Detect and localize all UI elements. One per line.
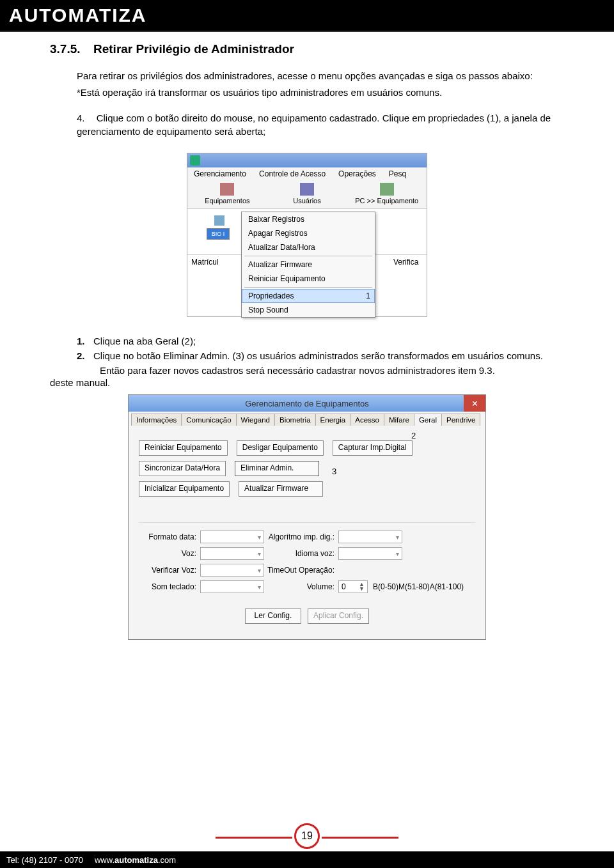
label-formato-data: Formato data:: [139, 532, 200, 541]
dialog-bottom-buttons: Ler Config. Aplicar Config.: [139, 608, 475, 629]
btn-reiniciar-equipamento[interactable]: Reiniciar Equipamento: [139, 440, 228, 456]
tab-geral[interactable]: Geral: [414, 414, 442, 426]
tab-pendrive[interactable]: Pendrive: [441, 414, 480, 426]
app-icon: [190, 155, 200, 166]
after-steps-text: Então para fazer novos cadastros será ne…: [86, 364, 564, 378]
label-idioma-voz: Idioma voz:: [264, 549, 338, 558]
dialog-body: 2 Reiniciar Equipamento Desligar Equipam…: [129, 426, 485, 639]
close-button[interactable]: ✕: [464, 395, 485, 412]
spinner-icon[interactable]: ▲▼: [359, 582, 365, 591]
footer-url-bold: automatiza: [114, 855, 158, 865]
brand-logo: AUTOMATIZA: [9, 4, 147, 26]
menu-operacoes[interactable]: Operações: [332, 169, 382, 178]
tab-acesso[interactable]: Acesso: [350, 414, 384, 426]
select-voz[interactable]: ▾: [200, 547, 264, 560]
select-som-teclado[interactable]: ▾: [200, 580, 264, 593]
toolbar-equipamentos-label: Equipamentos: [205, 197, 249, 205]
footer-tel: Tel: (48) 2107 - 0070: [6, 855, 83, 865]
ctx-atualizar-data-hora[interactable]: Atualizar Data/Hora: [242, 240, 375, 254]
dialog-title: Gerenciamento de Equipamentos: [245, 399, 369, 408]
tab-comunicacao[interactable]: Comunicação: [181, 414, 236, 426]
dialog-titlebar: Gerenciamento de Equipamentos ✕: [129, 395, 485, 412]
label-som-teclado: Som teclado:: [139, 582, 200, 591]
label-algoritmo: Algorítmo imp. dig.:: [264, 532, 338, 541]
menu-pesq[interactable]: Pesq: [382, 169, 413, 178]
toolbar-usuarios[interactable]: Usuários: [267, 183, 347, 205]
users-icon: [300, 183, 314, 196]
ctx-baixar-registros[interactable]: Baixar Registros: [242, 212, 375, 226]
ctx-separator-2: [244, 287, 372, 288]
ctx-atualizar-firmware[interactable]: Atualizar Firmware: [242, 258, 375, 272]
step-1-text: Clique na aba Geral (2);: [93, 334, 564, 348]
btn-ler-config[interactable]: Ler Config.: [245, 608, 301, 624]
tab-wiegand[interactable]: Wiegand: [236, 414, 275, 426]
step-4: 4. Clique com o botão direito do mouse, …: [77, 111, 564, 139]
btn-sincronizar-data-hora[interactable]: Sincronizar Data/Hora: [139, 461, 226, 476]
section-intro: Para retirar os privilégios dos administ…: [50, 69, 564, 83]
section-note: *Está operação irá transformar os usuári…: [50, 86, 564, 100]
tab-informacoes[interactable]: Informações: [131, 414, 182, 426]
btn-eliminar-admin[interactable]: Eliminar Admin.: [235, 461, 319, 476]
btn-atualizar-firmware[interactable]: Atualizar Firmware: [239, 481, 323, 497]
annotation-1: 1: [366, 291, 370, 300]
menu-gerenciamento[interactable]: Gerenciamento: [187, 169, 253, 178]
step-1-number: 1.: [77, 334, 93, 348]
step-4-number: 4.: [77, 111, 85, 125]
section-heading: 3.7.5. Retirar Privilégio de Administrad…: [50, 42, 564, 56]
page-footer: Tel: (48) 2107 - 0070 www.automatiza.com: [0, 851, 614, 868]
menu-bar: Gerenciamento Controle de Acesso Operaçõ…: [187, 167, 427, 180]
ctx-propriedades[interactable]: Propriedades 1: [242, 289, 375, 303]
label-verificar-voz: Verificar Voz:: [139, 566, 200, 575]
screenshot-equip-manager: Gerenciamento de Equipamentos ✕ Informaç…: [128, 394, 486, 640]
toolbar: Equipamentos Usuários PC >> Equipamento: [187, 180, 427, 209]
tree-area: BIO I Baixar Registros Apagar Registros …: [187, 209, 427, 255]
label-voz: Voz:: [139, 549, 200, 558]
tab-biometria[interactable]: Biometria: [274, 414, 316, 426]
footer-url: www.automatiza.com: [95, 855, 176, 865]
tab-mifare[interactable]: Mifare: [384, 414, 414, 426]
menu-controle-acesso[interactable]: Controle de Acesso: [253, 169, 332, 178]
step-1: 1. Clique na aba Geral (2);: [77, 334, 564, 348]
ctx-stop-sound[interactable]: Stop Sound: [242, 303, 375, 317]
step-2-number: 2.: [77, 348, 93, 363]
form-area: Formato data: ▾ Algorítmo imp. dig.: ▾ V…: [139, 522, 475, 593]
step-2: 2. Clique no botão Eliminar Admin. (3) o…: [77, 348, 564, 363]
btn-capturar-imp-digital[interactable]: Capturar Imp.Digital: [333, 440, 413, 456]
tab-energia[interactable]: Energia: [315, 414, 351, 426]
step-2-text: Clique no botão Eliminar Admin. (3) os u…: [93, 348, 564, 363]
select-algoritmo[interactable]: ▾: [338, 531, 402, 543]
document-body: 3.7.5. Retirar Privilégio de Administrad…: [0, 31, 614, 640]
section-number: 3.7.5.: [50, 42, 81, 56]
input-timeout[interactable]: [338, 564, 402, 577]
equipment-icon: [220, 183, 234, 196]
label-timeout: TimeOut Operação:: [264, 566, 338, 575]
btn-inicializar-equipamento[interactable]: Inicializar Equipamento: [139, 481, 230, 497]
label-volume: Volume:: [264, 582, 338, 591]
page-number-badge: 19: [294, 823, 320, 849]
select-formato-data[interactable]: ▾: [200, 531, 264, 543]
select-idioma-voz[interactable]: ▾: [338, 547, 402, 560]
toolbar-pc-equipamento[interactable]: PC >> Equipamento: [347, 183, 427, 205]
ctx-reiniciar-equipamento[interactable]: Reiniciar Equipamento: [242, 272, 375, 286]
btn-desligar-equipamento[interactable]: Desligar Equipamento: [237, 440, 324, 456]
section-title: Retirar Privilégio de Administrador: [93, 42, 294, 56]
page-number: 19: [301, 830, 313, 842]
tab-row: Informações Comunicação Wiegand Biometri…: [129, 412, 485, 426]
btn-aplicar-config[interactable]: Aplicar Config.: [308, 608, 369, 624]
device-bio-label[interactable]: BIO I: [207, 228, 230, 240]
annotation-2: 2: [411, 431, 475, 440]
window-titlebar: [187, 153, 427, 167]
col-matricula: Matrícul: [191, 258, 222, 267]
pc-equip-icon: [380, 183, 394, 196]
toolbar-equipamentos[interactable]: Equipamentos: [187, 183, 267, 205]
annotation-3: 3: [332, 467, 336, 476]
volume-hint: B(0-50)M(51-80)A(81-100): [373, 582, 464, 591]
close-icon: ✕: [471, 399, 478, 408]
deste-manual-text: deste manual.: [50, 377, 564, 388]
footer-url-suf: .com: [158, 855, 176, 865]
input-volume[interactable]: 0 ▲▼: [338, 580, 368, 593]
steps-list: 1. Clique na aba Geral (2); 2. Clique no…: [77, 334, 564, 364]
ctx-apagar-registros[interactable]: Apagar Registros: [242, 226, 375, 240]
select-verificar-voz[interactable]: ▾: [200, 564, 264, 577]
page-header: AUTOMATIZA: [0, 0, 614, 31]
